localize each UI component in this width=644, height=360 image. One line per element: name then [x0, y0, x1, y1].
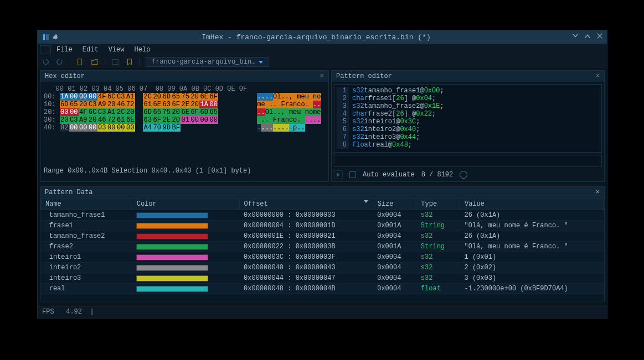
ascii-char[interactable]: m	[289, 108, 293, 116]
ascii-char[interactable]	[301, 116, 305, 124]
code-line[interactable]: 1s32 tamanho_frase1 @ 0x00;	[337, 87, 599, 95]
new-file-icon[interactable]	[76, 58, 85, 66]
hex-byte[interactable]: 6F	[190, 108, 199, 116]
table-row[interactable]: tamanho_frase10x00000000 : 0x000000030x0…	[41, 210, 604, 221]
hex-byte[interactable]: 20	[190, 93, 199, 101]
menu-file[interactable]: File	[52, 45, 77, 55]
project-icon[interactable]	[111, 58, 120, 66]
auto-evaluate-checkbox[interactable]	[349, 171, 356, 178]
ascii-row[interactable]: .. Franco. ....	[257, 116, 321, 124]
hex-byte[interactable]: 6D	[162, 93, 171, 101]
pin-icon[interactable]	[51, 33, 61, 41]
hex-byte[interactable]: 02	[60, 124, 69, 132]
hex-byte[interactable]: 6F	[209, 93, 218, 101]
hex-byte[interactable]: 6F	[171, 101, 181, 108]
code-editor[interactable]: 1s32 tamanho_frase1 @ 0x00;2char frase1[…	[334, 84, 602, 153]
menu-view[interactable]: View	[104, 45, 129, 55]
hex-editor-body[interactable]: 00 01 02 03 04 05 06 07 08 09 0A 0B 0C 0…	[40, 82, 328, 179]
hex-byte[interactable]: 00	[88, 124, 97, 132]
hex-byte[interactable]: 2C	[116, 108, 126, 116]
ascii-char[interactable]: .	[281, 93, 285, 101]
hex-byte[interactable]: A9	[79, 116, 88, 124]
ascii-char[interactable]: u	[297, 108, 301, 116]
hex-byte[interactable]: 70	[152, 124, 162, 132]
col-name[interactable]: Name	[41, 199, 132, 210]
hex-byte[interactable]: 20	[79, 101, 88, 108]
titlebar[interactable]: ImHex - franco-garcia-arquivo_binario_es…	[38, 30, 607, 44]
hex-byte[interactable]: 6D	[199, 108, 209, 116]
ascii-char[interactable]: .	[269, 93, 273, 101]
hex-byte[interactable]: 6E	[126, 116, 135, 124]
ascii-char[interactable]: e	[301, 93, 305, 101]
open-file-icon[interactable]	[90, 58, 99, 66]
ascii-row[interactable]: ....Ol.., meu no	[257, 93, 321, 101]
ascii-char[interactable]: .	[297, 116, 301, 124]
close-button[interactable]	[596, 32, 604, 42]
hex-byte[interactable]: 00	[60, 108, 69, 116]
hex-byte[interactable]: BF	[171, 124, 181, 132]
hex-byte[interactable]: 00	[79, 124, 88, 132]
hex-byte[interactable]: 61	[143, 101, 152, 108]
col-offset[interactable]: Offset	[239, 199, 373, 210]
ascii-char[interactable]: l	[269, 108, 273, 116]
hex-byte[interactable]: 20	[171, 108, 181, 116]
hex-byte[interactable]: 9D	[162, 124, 171, 132]
ascii-char[interactable]	[301, 108, 305, 116]
ascii-char[interactable]: .	[317, 116, 321, 124]
hex-byte[interactable]: 4F	[79, 108, 88, 116]
code-line[interactable]: 5s32 inteiro1 @ 0x3C;	[337, 118, 599, 126]
ascii-char[interactable]: u	[305, 93, 309, 101]
hex-byte[interactable]: 72	[126, 101, 135, 108]
col-color[interactable]: Color	[132, 199, 239, 210]
hex-byte[interactable]: C3	[88, 101, 97, 108]
code-line[interactable]: 7s32 inteiro3 @ 0x44;	[337, 133, 599, 141]
hex-byte[interactable]: 6E	[152, 101, 162, 108]
hex-byte[interactable]: 20	[190, 101, 199, 108]
table-row[interactable]: inteiro10x0000003C : 0x0000003F0x0004s32…	[41, 252, 604, 263]
ascii-char[interactable]	[265, 101, 269, 108]
ascii-char[interactable]: .	[305, 101, 309, 108]
hex-byte[interactable]: 6C	[88, 108, 97, 116]
code-line[interactable]: 4char frase2[26] @ 0x22;	[337, 110, 599, 118]
minimize-button[interactable]	[571, 32, 579, 42]
ascii-row[interactable]: ..Ol.., meu nome	[257, 108, 321, 116]
console-output[interactable]	[334, 155, 602, 167]
hex-byte[interactable]: 00	[69, 124, 79, 132]
pattern-editor-header[interactable]: Pattern editor ×	[332, 71, 604, 82]
hex-byte[interactable]: 61	[116, 116, 126, 124]
hex-byte[interactable]: 65	[209, 108, 218, 116]
code-line[interactable]: 3s32 tamanho_frase2 @ 0x1E;	[337, 102, 599, 110]
menu-help[interactable]: Help	[130, 45, 154, 55]
ascii-char[interactable]: .	[261, 116, 265, 124]
hex-byte[interactable]: 20	[152, 93, 162, 101]
ascii-char[interactable]	[285, 108, 289, 116]
hex-byte[interactable]: A9	[97, 101, 107, 108]
table-row[interactable]: inteiro30x00000044 : 0x000000470x0004s32…	[41, 273, 604, 284]
maximize-button[interactable]	[584, 32, 591, 42]
ascii-char[interactable]: F	[281, 101, 285, 108]
hex-byte[interactable]: 20	[126, 108, 135, 116]
hex-byte[interactable]: 00	[107, 124, 116, 132]
hex-byte[interactable]: 6D	[60, 101, 69, 108]
table-row[interactable]: inteiro20x00000040 : 0x000000430x0004s32…	[41, 263, 604, 273]
col-size[interactable]: Size	[373, 199, 416, 210]
hex-byte[interactable]: 20	[88, 116, 97, 124]
col-value[interactable]: Value	[460, 199, 604, 210]
ascii-char[interactable]: O	[265, 108, 269, 116]
ascii-char[interactable]: .	[261, 108, 265, 116]
ascii-char[interactable]: e	[261, 101, 265, 108]
hex-row[interactable]: 20: 00004F6CC3A12C20 6D6575206E6F6D65	[44, 108, 247, 116]
ascii-char[interactable]: n	[285, 116, 289, 124]
hex-row[interactable]: 10: 6D6520C3A9204672 616E636F2E201A00	[44, 101, 247, 108]
hex-byte[interactable]: 6D	[143, 108, 152, 116]
logo-icon[interactable]	[40, 45, 51, 54]
hex-byte[interactable]: 63	[143, 116, 152, 124]
hex-byte[interactable]: 65	[152, 108, 162, 116]
hex-byte[interactable]: 1A	[60, 93, 69, 101]
table-row[interactable]: frase10x00000004 : 0x0000001D0x001AStrin…	[41, 221, 604, 231]
ascii-char[interactable]: .	[305, 116, 309, 124]
hex-byte[interactable]: 75	[181, 93, 190, 101]
hex-byte[interactable]: 00	[88, 93, 97, 101]
ascii-char[interactable]: .	[265, 116, 269, 124]
ascii-char[interactable]: ,	[281, 108, 285, 116]
